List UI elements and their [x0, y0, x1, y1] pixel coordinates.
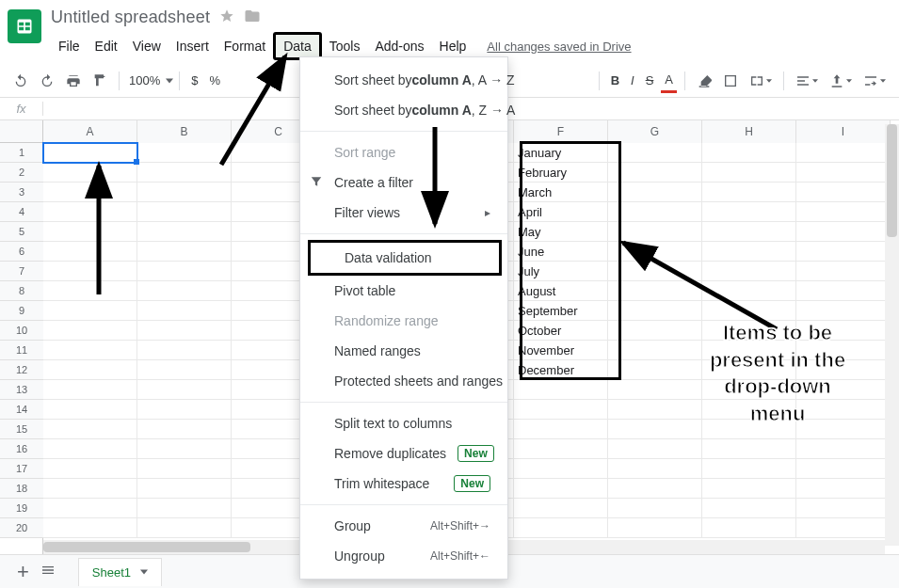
- cell-H18[interactable]: [702, 479, 796, 499]
- row-header-20[interactable]: 20: [0, 518, 43, 538]
- menu-group[interactable]: Group Alt+Shift+→: [300, 511, 507, 541]
- cell-G9[interactable]: [608, 301, 702, 321]
- cell-H17[interactable]: [702, 459, 796, 479]
- cell-B10[interactable]: [137, 321, 232, 341]
- menu-edit[interactable]: Edit: [88, 35, 125, 57]
- cell-G17[interactable]: [608, 459, 702, 479]
- redo-icon[interactable]: [34, 69, 60, 93]
- cell-A9[interactable]: [43, 301, 137, 321]
- cell-B12[interactable]: [137, 360, 232, 380]
- col-header-A[interactable]: A: [43, 120, 137, 143]
- cell-F16[interactable]: [514, 439, 608, 459]
- cell-H19[interactable]: [702, 499, 796, 518]
- cell-B8[interactable]: [137, 281, 232, 301]
- row-header-3[interactable]: 3: [0, 183, 43, 202]
- cell-I6[interactable]: [796, 242, 891, 262]
- cell-I2[interactable]: [796, 163, 891, 183]
- menu-create-filter[interactable]: Create a filter: [300, 167, 507, 198]
- cell-I9[interactable]: [796, 301, 891, 321]
- cell-B9[interactable]: [137, 301, 232, 321]
- menu-help[interactable]: Help: [432, 35, 474, 57]
- menu-data-validation[interactable]: Data validation: [308, 240, 502, 276]
- cell-A13[interactable]: [43, 380, 137, 400]
- row-header-1[interactable]: 1: [0, 143, 43, 163]
- cell-H5[interactable]: [702, 222, 796, 242]
- row-header-4[interactable]: 4: [0, 202, 43, 222]
- cell-G3[interactable]: [608, 183, 702, 202]
- cell-F19[interactable]: [514, 499, 608, 518]
- cell-B11[interactable]: [137, 341, 232, 360]
- menu-protected-sheets[interactable]: Protected sheets and ranges: [300, 366, 507, 396]
- cell-H4[interactable]: [702, 202, 796, 222]
- paint-format-icon[interactable]: [87, 69, 113, 93]
- menu-remove-duplicates[interactable]: Remove duplicates New: [300, 438, 507, 469]
- cell-B14[interactable]: [137, 400, 232, 420]
- col-header-H[interactable]: H: [702, 120, 796, 143]
- cell-B15[interactable]: [137, 420, 232, 439]
- cell-I3[interactable]: [796, 183, 891, 202]
- cell-F15[interactable]: [514, 420, 608, 439]
- doc-title[interactable]: Untitled spreadsheet: [51, 8, 210, 27]
- cell-H8[interactable]: [702, 281, 796, 301]
- cell-G16[interactable]: [608, 439, 702, 459]
- menu-tools[interactable]: Tools: [322, 35, 368, 57]
- cell-B17[interactable]: [137, 459, 232, 479]
- cell-H7[interactable]: [702, 262, 796, 281]
- row-header-8[interactable]: 8: [0, 281, 43, 301]
- row-header-10[interactable]: 10: [0, 321, 43, 341]
- row-header-19[interactable]: 19: [0, 499, 43, 518]
- cell-F17[interactable]: [514, 459, 608, 479]
- cell-F18[interactable]: [514, 479, 608, 499]
- move-folder-icon[interactable]: [244, 8, 261, 27]
- cell-I5[interactable]: [796, 222, 891, 242]
- h-align-icon[interactable]: [790, 69, 824, 93]
- fill-color-icon[interactable]: [691, 69, 717, 93]
- menu-pivot-table[interactable]: Pivot table: [300, 276, 507, 306]
- cell-B2[interactable]: [137, 163, 232, 183]
- cell-A1[interactable]: [43, 143, 137, 163]
- row-header-13[interactable]: 13: [0, 380, 43, 400]
- cell-G1[interactable]: [608, 143, 702, 163]
- menu-sort-za[interactable]: Sort sheet by column A, Z → A: [300, 95, 507, 125]
- menu-addons[interactable]: Add-ons: [367, 35, 431, 57]
- col-header-F[interactable]: F: [514, 120, 608, 143]
- cell-F20[interactable]: [514, 518, 608, 538]
- save-status[interactable]: All changes saved in Drive: [487, 40, 631, 54]
- cell-A16[interactable]: [43, 439, 137, 459]
- cell-G8[interactable]: [608, 281, 702, 301]
- cell-A15[interactable]: [43, 420, 137, 439]
- sheet-tab-sheet1[interactable]: Sheet1: [78, 558, 162, 586]
- italic-button[interactable]: I: [625, 69, 640, 93]
- cell-I1[interactable]: [796, 143, 891, 163]
- cell-A5[interactable]: [43, 222, 137, 242]
- cell-B5[interactable]: [137, 222, 232, 242]
- cell-A4[interactable]: [43, 202, 137, 222]
- star-icon[interactable]: [219, 8, 234, 26]
- cell-I4[interactable]: [796, 202, 891, 222]
- cell-I8[interactable]: [796, 281, 891, 301]
- row-header-16[interactable]: 16: [0, 439, 43, 459]
- print-icon[interactable]: [60, 69, 87, 93]
- vertical-scrollbar[interactable]: [885, 124, 899, 546]
- cell-I16[interactable]: [796, 439, 891, 459]
- row-header-7[interactable]: 7: [0, 262, 43, 281]
- cell-G7[interactable]: [608, 262, 702, 281]
- cell-G18[interactable]: [608, 479, 702, 499]
- menu-filter-views[interactable]: Filter views ▸: [300, 198, 507, 228]
- row-header-5[interactable]: 5: [0, 222, 43, 242]
- text-color-button[interactable]: A: [659, 69, 679, 93]
- cell-B19[interactable]: [137, 499, 232, 518]
- menu-trim-whitespace[interactable]: Trim whitespace New: [300, 469, 507, 499]
- cell-H1[interactable]: [702, 143, 796, 163]
- cell-A19[interactable]: [43, 499, 137, 518]
- add-sheet-button[interactable]: +: [17, 560, 29, 584]
- cell-H16[interactable]: [702, 439, 796, 459]
- cell-F14[interactable]: [514, 400, 608, 420]
- cell-B20[interactable]: [137, 518, 232, 538]
- cell-A8[interactable]: [43, 281, 137, 301]
- cell-B16[interactable]: [137, 439, 232, 459]
- v-align-icon[interactable]: [824, 69, 858, 93]
- cell-B1[interactable]: [137, 143, 232, 163]
- cell-B7[interactable]: [137, 262, 232, 281]
- cell-A7[interactable]: [43, 262, 137, 281]
